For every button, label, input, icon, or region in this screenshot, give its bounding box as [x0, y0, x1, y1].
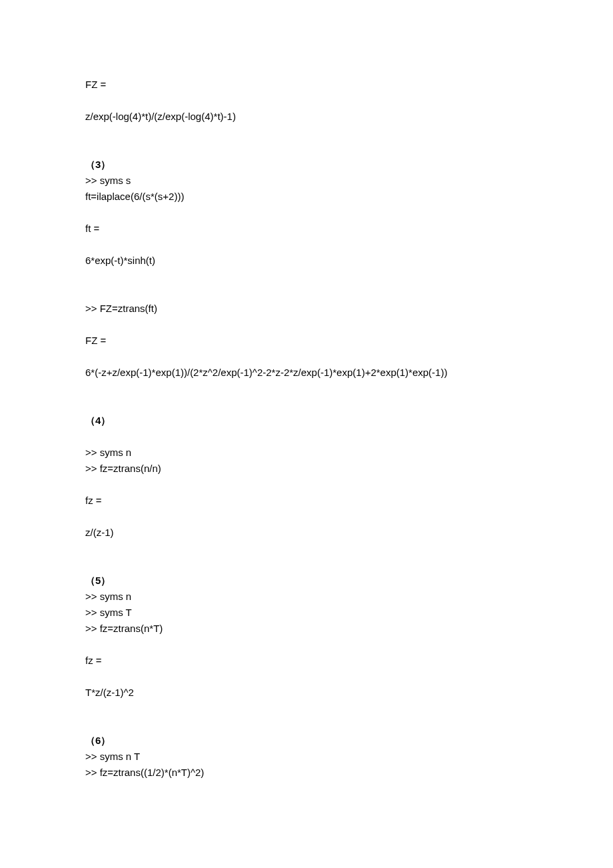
code-line: >> fz=ztrans((1/2)*(n*T)^2): [85, 765, 528, 781]
section-label: （4）: [85, 413, 528, 429]
code-line: T*z/(z-1)^2: [85, 685, 528, 701]
blank-line: [85, 285, 528, 301]
code-line: >> syms s: [85, 173, 528, 189]
code-line: ft=ilaplace(6/(s*(s+2))): [85, 189, 528, 205]
code-line: ft =: [85, 221, 528, 237]
blank-line: [85, 557, 528, 573]
blank-line: [85, 477, 528, 493]
blank-line: [85, 397, 528, 413]
blank-line: [85, 317, 528, 333]
code-line: >> fz=ztrans(n*T): [85, 621, 528, 637]
blank-line: [85, 205, 528, 221]
blank-line: [85, 125, 528, 141]
document-page: FZ =z/exp(-log(4)*t)/(z/exp(-log(4)*t)-1…: [0, 0, 613, 847]
code-line: z/(z-1): [85, 525, 528, 541]
blank-line: [85, 717, 528, 733]
code-line: >> syms n T: [85, 749, 528, 765]
code-line: FZ =: [85, 333, 528, 349]
code-line: fz =: [85, 653, 528, 669]
blank-line: [85, 669, 528, 685]
blank-line: [85, 349, 528, 365]
code-line: >> syms n: [85, 445, 528, 461]
code-line: fz =: [85, 493, 528, 509]
blank-line: [85, 381, 528, 397]
code-line: >> syms n: [85, 589, 528, 605]
code-line: >> FZ=ztrans(ft): [85, 301, 528, 317]
section-label: （5）: [85, 573, 528, 589]
section-label: （3）: [85, 157, 528, 173]
code-line: >> syms T: [85, 605, 528, 621]
blank-line: [85, 637, 528, 653]
blank-line: [85, 237, 528, 253]
blank-line: [85, 429, 528, 445]
blank-line: [85, 509, 528, 525]
blank-line: [85, 141, 528, 157]
blank-line: [85, 701, 528, 717]
code-line: 6*(-z+z/exp(-1)*exp(1))/(2*z^2/exp(-1)^2…: [85, 365, 528, 381]
code-line: >> fz=ztrans(n/n): [85, 461, 528, 477]
code-line: 6*exp(-t)*sinh(t): [85, 253, 528, 269]
blank-line: [85, 93, 528, 109]
code-line: z/exp(-log(4)*t)/(z/exp(-log(4)*t)-1): [85, 109, 528, 125]
blank-line: [85, 541, 528, 557]
section-label: （6）: [85, 733, 528, 749]
blank-line: [85, 269, 528, 285]
code-line: FZ =: [85, 77, 528, 93]
